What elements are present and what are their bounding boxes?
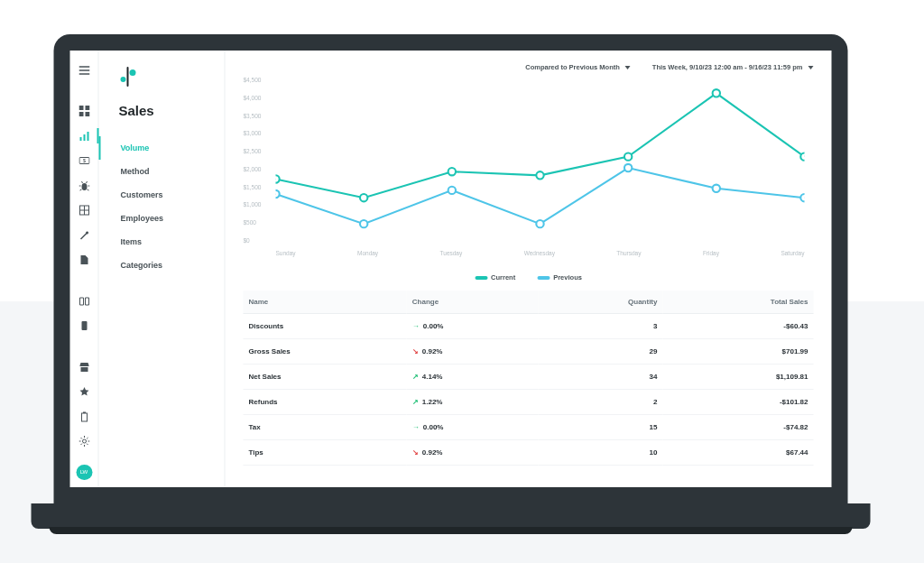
money-icon[interactable]: $ bbox=[78, 154, 90, 166]
nav-item-customers[interactable]: Customers bbox=[99, 183, 225, 207]
cell-name: Tax bbox=[244, 415, 407, 440]
svg-rect-6 bbox=[87, 132, 88, 141]
svg-rect-5 bbox=[83, 134, 85, 141]
cell-change: ↗ 4.14% bbox=[407, 365, 538, 390]
brand-logo bbox=[119, 67, 139, 87]
cell-total: $701.99 bbox=[662, 339, 813, 365]
cell-change: ↘ 0.92% bbox=[407, 339, 538, 365]
col-name[interactable]: Name bbox=[244, 291, 407, 314]
nav-item-volume[interactable]: Volume bbox=[99, 136, 225, 160]
x-tick: Saturday bbox=[781, 250, 804, 266]
svg-text:$: $ bbox=[82, 158, 86, 163]
document-icon[interactable] bbox=[78, 254, 90, 265]
cell-change: → 0.00% bbox=[407, 415, 538, 440]
table-row[interactable]: Discounts→ 0.00%3-$60.43 bbox=[244, 314, 814, 339]
col-total[interactable]: Total Sales bbox=[662, 291, 813, 314]
svg-point-11 bbox=[86, 231, 88, 234]
nav-item-items[interactable]: Items bbox=[99, 230, 225, 254]
cell-total: -$74.82 bbox=[662, 415, 813, 440]
cell-name: Net Sales bbox=[244, 365, 407, 390]
svg-rect-2 bbox=[79, 112, 83, 116]
x-tick: Friday bbox=[703, 250, 719, 266]
tools-icon[interactable] bbox=[78, 229, 90, 241]
cell-total: -$101.82 bbox=[662, 390, 813, 415]
svg-point-18 bbox=[448, 168, 456, 175]
svg-rect-3 bbox=[85, 112, 89, 116]
svg-point-24 bbox=[360, 220, 367, 227]
y-tick: $2,500 bbox=[244, 148, 262, 154]
analytics-icon[interactable] bbox=[78, 130, 90, 142]
page-title: Sales bbox=[119, 103, 225, 118]
date-range-dropdown[interactable]: This Week, 9/10/23 12:00 am - 9/16/23 11… bbox=[652, 63, 814, 71]
svg-rect-1 bbox=[85, 106, 89, 110]
y-tick: $1,000 bbox=[244, 201, 262, 208]
x-tick: Thursday bbox=[616, 250, 641, 266]
laptop-frame: $ bbox=[54, 34, 871, 529]
x-tick: Tuesday bbox=[440, 250, 463, 266]
svg-point-17 bbox=[360, 194, 367, 201]
metrics-table: Name Change Quantity Total Sales Discoun… bbox=[244, 291, 814, 466]
subnav: Sales VolumeMethodCustomersEmployeesItem… bbox=[99, 51, 226, 487]
icon-rail: $ bbox=[70, 51, 99, 487]
svg-rect-0 bbox=[79, 106, 83, 110]
x-tick: Wednesday bbox=[524, 250, 555, 266]
svg-rect-12 bbox=[81, 321, 87, 330]
settings-icon[interactable] bbox=[78, 435, 90, 447]
store-icon[interactable] bbox=[78, 361, 90, 373]
svg-point-19 bbox=[536, 171, 543, 179]
y-tick: $2,000 bbox=[244, 165, 262, 171]
svg-point-21 bbox=[713, 89, 720, 97]
phone-icon[interactable] bbox=[78, 319, 90, 331]
cell-name: Gross Sales bbox=[244, 339, 407, 365]
cell-change: ↗ 1.22% bbox=[407, 390, 538, 415]
svg-point-22 bbox=[800, 152, 804, 160]
y-tick: $0 bbox=[244, 237, 250, 244]
menu-icon[interactable] bbox=[78, 64, 90, 76]
cell-quantity: 29 bbox=[538, 339, 662, 365]
battery-icon[interactable] bbox=[78, 411, 90, 422]
cell-change: → 0.00% bbox=[407, 314, 538, 339]
table-row[interactable]: Gross Sales↘ 0.92%29$701.99 bbox=[244, 339, 814, 365]
book-icon[interactable] bbox=[78, 295, 90, 307]
table-row[interactable]: Refunds↗ 1.22%2-$101.82 bbox=[244, 390, 814, 415]
svg-point-25 bbox=[448, 187, 456, 194]
nav-item-method[interactable]: Method bbox=[99, 160, 225, 183]
cell-quantity: 2 bbox=[538, 390, 662, 415]
table-row[interactable]: Net Sales↗ 4.14%34$1,109.81 bbox=[244, 365, 814, 390]
app-window: $ bbox=[70, 51, 832, 487]
bug-icon[interactable] bbox=[78, 180, 90, 191]
compare-dropdown[interactable]: Compared to Previous Month bbox=[525, 63, 631, 71]
chevron-down-icon bbox=[808, 66, 814, 69]
cell-quantity: 3 bbox=[538, 314, 662, 339]
svg-point-27 bbox=[624, 164, 632, 171]
col-quantity[interactable]: Quantity bbox=[538, 291, 662, 314]
svg-point-28 bbox=[713, 185, 720, 192]
nav-item-categories[interactable]: Categories bbox=[99, 254, 225, 277]
x-tick: Sunday bbox=[276, 250, 296, 266]
y-tick: $3,000 bbox=[244, 130, 262, 136]
y-tick: $1,500 bbox=[244, 183, 262, 189]
cell-quantity: 15 bbox=[538, 415, 662, 440]
svg-point-26 bbox=[536, 220, 543, 227]
svg-point-23 bbox=[276, 190, 280, 198]
svg-point-29 bbox=[800, 194, 804, 201]
svg-point-20 bbox=[624, 152, 632, 160]
legend-current: Current bbox=[491, 273, 515, 282]
table-row[interactable]: Tips↘ 0.92%10$67.44 bbox=[244, 440, 814, 466]
cell-quantity: 10 bbox=[538, 440, 662, 466]
dashboard-icon[interactable] bbox=[78, 105, 90, 116]
nav-item-employees[interactable]: Employees bbox=[99, 207, 225, 230]
col-change[interactable]: Change bbox=[407, 291, 538, 314]
svg-rect-14 bbox=[83, 411, 86, 413]
main-content: Compared to Previous Month This Week, 9/… bbox=[226, 51, 832, 487]
y-tick: $4,000 bbox=[244, 94, 262, 100]
star-icon[interactable] bbox=[78, 385, 90, 397]
avatar[interactable]: LW bbox=[76, 465, 92, 480]
legend-previous: Previous bbox=[553, 273, 582, 282]
svg-rect-4 bbox=[79, 137, 81, 141]
cell-total: $1,109.81 bbox=[662, 365, 813, 390]
table-row[interactable]: Tax→ 0.00%15-$74.82 bbox=[244, 415, 814, 440]
grid-icon[interactable] bbox=[78, 204, 90, 216]
y-tick: $500 bbox=[244, 219, 256, 226]
x-tick: Monday bbox=[357, 250, 378, 266]
